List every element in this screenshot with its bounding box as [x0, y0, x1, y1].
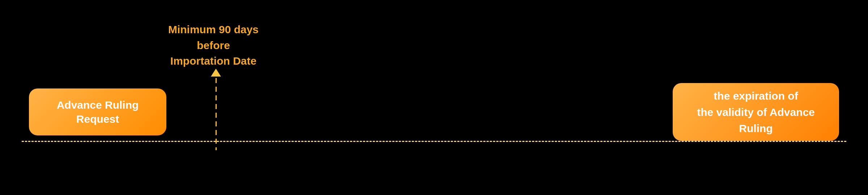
scene: Minimum 90 days before Importation Date … — [0, 0, 868, 195]
advance-ruling-request-box: Advance Ruling Request — [29, 88, 166, 135]
label-line1: Minimum 90 days before — [168, 23, 259, 51]
expiration-label: the expiration of the validity of Advanc… — [673, 88, 839, 136]
vertical-arrow — [211, 69, 221, 150]
importation-date-label: Minimum 90 days before Importation Date — [159, 22, 268, 69]
label-line2: Importation Date — [170, 55, 256, 67]
arrow-up-icon — [211, 69, 221, 77]
advance-ruling-request-label: Advance Ruling Request — [29, 98, 166, 126]
timeline-line — [22, 141, 846, 142]
expiration-line2: the validity of Advance Ruling — [697, 106, 815, 134]
expiration-box: the expiration of the validity of Advanc… — [673, 83, 839, 141]
vertical-dashed-line — [216, 78, 217, 150]
expiration-line1: the expiration of — [714, 90, 798, 102]
